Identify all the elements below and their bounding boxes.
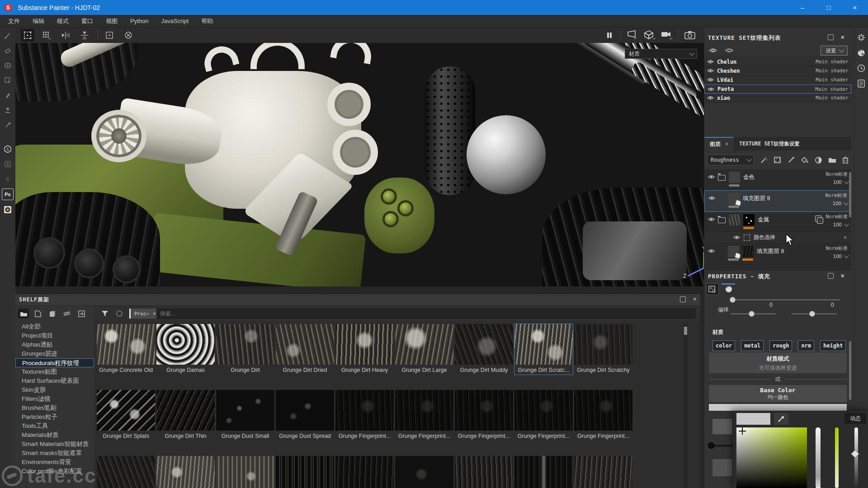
scale-slider-track[interactable]: [731, 299, 840, 300]
smudge-tool[interactable]: [2, 90, 13, 101]
shading-mode-dropdown[interactable]: 材质: [625, 49, 697, 59]
menu-item[interactable]: 视图: [99, 15, 124, 28]
mini-slider[interactable]: [708, 442, 733, 449]
tab-texture-set-settings[interactable]: TEXTURE SET纹理集设置: [734, 137, 805, 150]
texture-thumbnail-cell[interactable]: Grunge Fingerprint...: [514, 390, 573, 441]
base-color-swatch[interactable]: [709, 404, 847, 411]
delete-layer-icon[interactable]: [842, 156, 849, 164]
paint-brush-tool[interactable]: [2, 30, 13, 41]
stack-view-icon[interactable]: [47, 309, 58, 319]
menu-item[interactable]: 模式: [51, 15, 75, 28]
transform-manipulator-button[interactable]: [21, 29, 34, 42]
texture-thumbnail-cell[interactable]: Grunge Dirt: [216, 324, 274, 375]
shader-settings-icon[interactable]: [856, 47, 867, 58]
shelf-category-item[interactable]: Smart Materials智能材质: [15, 440, 94, 449]
offset-slider-2-handle[interactable]: [809, 311, 815, 317]
shelf-category-item[interactable]: Particles粒子: [15, 413, 94, 422]
folder-icon[interactable]: [718, 175, 726, 181]
texture-thumbnail-cell[interactable]: Grunge Fingerprint...: [335, 390, 394, 441]
add-smart-mask-icon[interactable]: [815, 156, 822, 164]
layers-scrollbar-thumb[interactable]: [849, 172, 851, 217]
texture-thumbnail-cell[interactable]: Grunge Dirt Scratc...: [514, 324, 573, 375]
viewport-3d[interactable]: 材质 Y Z X: [15, 43, 704, 286]
menu-item[interactable]: JavaScript: [155, 15, 195, 28]
texture-thumbnail-cell[interactable]: [97, 456, 155, 488]
layer-mask-thumbnail[interactable]: [742, 246, 754, 257]
menu-item[interactable]: 编辑: [26, 15, 51, 28]
current-color-swatch[interactable]: [736, 413, 770, 425]
texture-thumbnail-cell[interactable]: [156, 456, 215, 488]
menu-item[interactable]: 帮助: [195, 15, 219, 28]
focus-frame-button[interactable]: [103, 29, 116, 42]
hue-green-slider[interactable]: [835, 427, 839, 488]
add-effect-wand-icon[interactable]: [760, 156, 768, 164]
visibility-all-icon[interactable]: [709, 47, 717, 53]
texture-set-row[interactable]: Paota Main shader: [704, 84, 851, 94]
texture-thumbnail-cell[interactable]: Grunge Damas: [156, 324, 215, 375]
texture-thumbnail-cell[interactable]: Grunge Concrete Old: [97, 324, 155, 375]
titlebar[interactable]: S Substance Painter - HJDT-02 – □ ×: [0, 0, 868, 15]
texture-thumbnail-cell[interactable]: Grunge Dust Spread: [276, 390, 334, 441]
texture-thumbnail-cell[interactable]: [395, 456, 453, 488]
material-picker-tool[interactable]: [2, 120, 13, 131]
texture-set-row[interactable]: LVdai Main shader: [704, 75, 851, 84]
effect-thumbnail[interactable]: [744, 235, 750, 241]
shelf-category-item[interactable]: Grunges脏迹: [15, 349, 94, 358]
eye-icon[interactable]: [707, 59, 714, 64]
properties-tab-material[interactable]: [722, 283, 735, 295]
texture-thumbnail-cell[interactable]: Grunge Dirt Splats: [97, 390, 155, 441]
texture-set-shader[interactable]: Main shader: [816, 77, 849, 83]
eye-icon[interactable]: [707, 68, 714, 73]
history-icon[interactable]: [856, 63, 867, 74]
navigation-gizmo[interactable]: Y Z X: [678, 246, 704, 286]
eye-icon[interactable]: [708, 217, 715, 222]
float-panel-icon[interactable]: [828, 273, 834, 279]
symmetry-y-button[interactable]: [78, 29, 91, 42]
dynamic-mode-label[interactable]: 动态: [844, 413, 866, 424]
shelf-scrollbar-thumb[interactable]: [684, 327, 687, 335]
reset-rotation-button[interactable]: [122, 29, 135, 42]
layer-blend-mode[interactable]: Norm标准: [826, 245, 848, 252]
texture-thumbnail-cell[interactable]: [514, 456, 573, 488]
texture-thumbnail-cell[interactable]: Grunge Dirt Dried: [276, 324, 334, 375]
texture-set-row[interactable]: Cheshen Main shader: [704, 66, 851, 75]
display-settings-icon[interactable]: [856, 32, 867, 43]
layer-blend-mode[interactable]: Norm标准: [826, 192, 848, 199]
eye-icon[interactable]: [708, 196, 715, 201]
menu-item[interactable]: 窗口: [75, 15, 99, 28]
photoshop-export-icon[interactable]: Ps: [2, 188, 14, 200]
texture-thumbnail-cell[interactable]: [455, 456, 513, 488]
eye-icon[interactable]: [708, 174, 715, 179]
eraser-tool[interactable]: [2, 45, 13, 56]
camera-settings-button[interactable]: [660, 29, 674, 42]
properties-header[interactable]: PROPERTIES - 填充 ×: [704, 271, 851, 282]
layer-blend-mode[interactable]: Norm标准: [826, 171, 848, 178]
texture-set-row[interactable]: Chelun Main shader: [704, 57, 851, 66]
texture-thumbnail-cell[interactable]: Grunge Dirt Heavy: [335, 324, 394, 375]
close-panel-icon[interactable]: ×: [841, 273, 845, 278]
tab-close-icon[interactable]: ×: [725, 141, 728, 147]
texture-thumbnail-cell[interactable]: Grunge Fingerprint...: [395, 390, 453, 441]
substance-share-icon[interactable]: S: [2, 174, 13, 184]
texture-thumbnail-cell[interactable]: Grunge Fingerprint...: [455, 390, 513, 441]
close-button[interactable]: ×: [842, 0, 868, 15]
color-swatch-tertiary[interactable]: [712, 459, 732, 476]
texture-thumbnail-cell[interactable]: [216, 456, 274, 488]
shelf-category-item[interactable]: Tools工具: [15, 422, 94, 431]
color-swatch-secondary[interactable]: [712, 419, 732, 434]
layer-opacity[interactable]: 100: [826, 253, 848, 259]
texture-thumbnail-cell[interactable]: Grunge Dirt Large: [395, 324, 453, 375]
add-folder-icon[interactable]: [828, 157, 836, 163]
texture-set-shader[interactable]: Main shader: [815, 86, 848, 92]
offset-slider-1-handle[interactable]: [749, 311, 755, 317]
shelf-category-item[interactable]: Alphas透贴: [15, 340, 94, 349]
texture-set-settings-button[interactable]: 设置: [821, 46, 848, 56]
display-settings-button[interactable]: [626, 29, 639, 42]
texture-thumbnail-cell[interactable]: Grunge Dirt Thin: [156, 390, 215, 441]
eye-icon[interactable]: [708, 87, 714, 92]
shelf-category-item[interactable]: Hard Surfaces硬表面: [15, 376, 94, 385]
float-panel-icon[interactable]: [828, 34, 834, 40]
new-resource-icon[interactable]: [33, 309, 43, 319]
float-panel-icon[interactable]: [680, 296, 686, 302]
eye-icon[interactable]: [733, 235, 740, 240]
